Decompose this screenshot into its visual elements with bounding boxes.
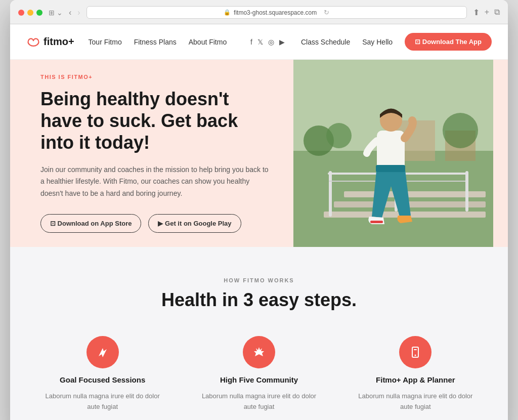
steps-title: Health in 3 easy steps. bbox=[30, 289, 488, 311]
step-1-desc: Laborum nulla magna irure elit do dolor … bbox=[42, 391, 163, 412]
svg-rect-10 bbox=[329, 171, 332, 217]
browser-actions: ⬆ + ⧉ bbox=[473, 8, 500, 17]
hero-description: Join our community and coaches in the mi… bbox=[40, 164, 269, 200]
twitter-icon[interactable]: 𝕏 bbox=[257, 38, 263, 46]
step-high-five: High Five Community Laborum nulla magna … bbox=[187, 336, 331, 412]
highfive-icon bbox=[251, 344, 267, 360]
highfive-icon-circle bbox=[243, 336, 275, 368]
googleplay-button[interactable]: ▶ Get it on Google Play bbox=[148, 214, 241, 233]
chevron-down-icon: ⌄ bbox=[57, 9, 63, 17]
back-button[interactable]: ‹ bbox=[69, 8, 71, 17]
nav-links-right: Class Schedule Say Hello ⊡ Download The … bbox=[301, 33, 492, 51]
nav-links-left: Tour Fitmo Fitness Plans About Fitmo bbox=[89, 38, 227, 46]
step-1-name: Goal Focused Sessions bbox=[60, 375, 145, 384]
sidebar-toggle-icon[interactable]: ⊞ bbox=[49, 9, 55, 17]
app-icon-circle bbox=[399, 336, 431, 368]
svg-rect-18 bbox=[370, 221, 383, 223]
steps-tag: HOW FITMO WORKS bbox=[30, 277, 488, 283]
lock-icon: 🔒 bbox=[224, 9, 231, 16]
window-controls: ⊞ ⌄ bbox=[49, 9, 63, 17]
instagram-icon[interactable]: ◎ bbox=[268, 38, 274, 46]
hero-content: THIS IS FITMO+ Being healthy doesn't hav… bbox=[10, 60, 293, 247]
hero-tag: THIS IS FITMO+ bbox=[40, 74, 269, 80]
share-icon[interactable]: ⬆ bbox=[473, 8, 480, 17]
forward-button[interactable]: › bbox=[77, 8, 80, 17]
browser-window: ⊞ ⌄ ‹ › 🔒 fitmo3-ghost.squarespace.com ↻… bbox=[10, 0, 508, 420]
svg-rect-12 bbox=[465, 171, 468, 212]
minimize-button[interactable] bbox=[27, 10, 33, 16]
refresh-icon[interactable]: ↻ bbox=[324, 9, 329, 16]
traffic-lights bbox=[18, 10, 42, 16]
address-bar[interactable]: 🔒 fitmo3-ghost.squarespace.com ↻ bbox=[87, 6, 467, 19]
social-icons: f 𝕏 ◎ ▶ bbox=[250, 38, 285, 46]
svg-point-6 bbox=[443, 113, 478, 148]
facebook-icon[interactable]: f bbox=[250, 38, 252, 46]
hero-image bbox=[293, 60, 493, 247]
nav-say-hello[interactable]: Say Hello bbox=[362, 38, 393, 46]
app-icon bbox=[407, 344, 423, 360]
goal-icon-circle bbox=[87, 336, 119, 368]
logo[interactable]: fitmo+ bbox=[26, 36, 74, 48]
svg-point-5 bbox=[326, 123, 352, 148]
maximize-button[interactable] bbox=[36, 10, 42, 16]
logo-icon bbox=[26, 37, 40, 47]
hero-title: Being healthy doesn't have to suck. Get … bbox=[40, 88, 269, 154]
download-app-button[interactable]: ⊡ Download The App bbox=[405, 33, 492, 51]
website-content: fitmo+ Tour Fitmo Fitness Plans About Fi… bbox=[10, 24, 508, 420]
youtube-icon[interactable]: ▶ bbox=[279, 38, 285, 46]
new-tab-icon[interactable]: + bbox=[485, 8, 489, 17]
nav-about-fitmo[interactable]: About Fitmo bbox=[189, 38, 227, 46]
step-2-name: High Five Community bbox=[220, 375, 298, 384]
step-2-desc: Laborum nulla magna irure elit do dolor … bbox=[198, 391, 320, 412]
step-3-desc: Laborum nulla magna irure elit do dolor … bbox=[355, 391, 476, 412]
goal-icon bbox=[95, 344, 111, 360]
steps-section: HOW FITMO WORKS Health in 3 easy steps. … bbox=[10, 247, 508, 420]
svg-rect-21 bbox=[414, 349, 417, 350]
hero-buttons: ⊡ Download on App Store ▶ Get it on Goog… bbox=[40, 214, 269, 233]
step-app-planner: Fitmo+ App & Planner Laborum nulla magna… bbox=[343, 336, 488, 412]
step-3-name: Fitmo+ App & Planner bbox=[376, 375, 455, 384]
nav-fitness-plans[interactable]: Fitness Plans bbox=[134, 38, 177, 46]
hero-illustration bbox=[293, 60, 493, 247]
navbar: fitmo+ Tour Fitmo Fitness Plans About Fi… bbox=[10, 24, 508, 60]
svg-rect-8 bbox=[334, 201, 486, 207]
close-button[interactable] bbox=[18, 10, 24, 16]
svg-rect-9 bbox=[344, 191, 486, 197]
logo-text: fitmo+ bbox=[44, 36, 74, 48]
browser-chrome: ⊞ ⌄ ‹ › 🔒 fitmo3-ghost.squarespace.com ↻… bbox=[10, 0, 508, 24]
appstore-button[interactable]: ⊡ Download on App Store bbox=[40, 214, 141, 233]
svg-rect-17 bbox=[376, 165, 405, 172]
step-goal-focused: Goal Focused Sessions Laborum nulla magn… bbox=[30, 336, 175, 412]
svg-point-20 bbox=[415, 355, 416, 356]
hero-section: THIS IS FITMO+ Being healthy doesn't hav… bbox=[10, 60, 508, 247]
steps-grid: Goal Focused Sessions Laborum nulla magn… bbox=[30, 336, 488, 412]
nav-tour-fitmo[interactable]: Tour Fitmo bbox=[89, 38, 122, 46]
tabs-icon[interactable]: ⧉ bbox=[494, 8, 500, 17]
url-text: fitmo3-ghost.squarespace.com bbox=[234, 9, 317, 16]
nav-class-schedule[interactable]: Class Schedule bbox=[301, 38, 350, 46]
